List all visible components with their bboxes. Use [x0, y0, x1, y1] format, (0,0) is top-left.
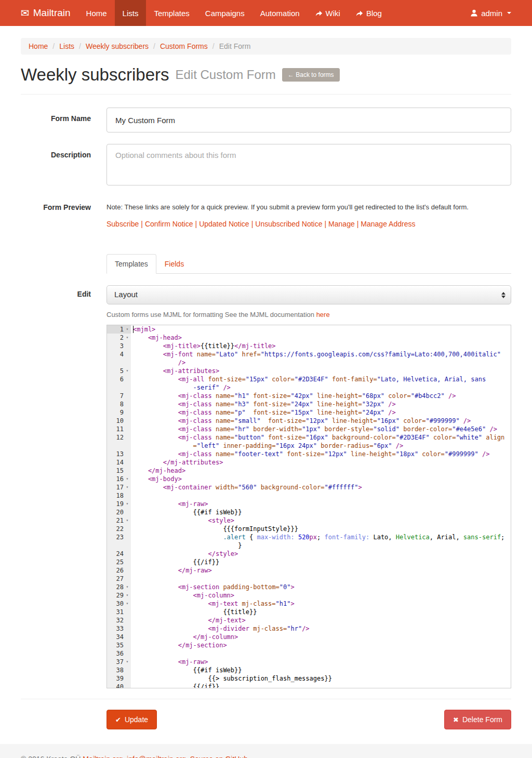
code-text[interactable]: <mj-section padding-bottom="0"> — [131, 583, 511, 591]
preview-link[interactable]: Confirm Notice — [145, 220, 193, 228]
back-arrow-icon: ← — [288, 71, 294, 78]
code-text[interactable]: {{{formInputStyle}}} — [131, 525, 511, 533]
nav-item-blog[interactable]: Blog — [348, 0, 390, 26]
code-text[interactable]: {{title}} — [131, 608, 511, 616]
code-text[interactable]: </mj-head> — [131, 467, 511, 475]
update-button[interactable]: ✔Update — [107, 710, 157, 729]
fold-arrow-icon[interactable]: ▾ — [124, 583, 131, 591]
fold-arrow-icon[interactable]: ▾ — [124, 367, 131, 375]
code-text[interactable]: <mj-class name="h3" font-size="24px" lin… — [131, 400, 511, 408]
code-token: > — [358, 484, 362, 491]
code-text[interactable]: <mj-raw> — [131, 500, 511, 508]
fold-arrow-icon[interactable]: ▾ — [124, 500, 131, 508]
description-textarea[interactable] — [107, 144, 511, 185]
code-text[interactable]: <mj-class name="button" font-size="16px"… — [131, 433, 511, 442]
nav-item-automation[interactable]: Automation — [252, 0, 308, 26]
nav-item-templates[interactable]: Templates — [146, 0, 197, 26]
form-name-input[interactable] — [107, 108, 511, 132]
code-text[interactable]: </mj-section> — [131, 641, 511, 649]
nav-item-label: Wiki — [326, 9, 340, 18]
fold-arrow-icon[interactable]: ▾ — [124, 591, 131, 600]
code-text[interactable] — [131, 575, 511, 583]
fold-arrow-icon[interactable]: ▾ — [124, 483, 131, 491]
preview-link[interactable]: Manage Address — [361, 220, 415, 228]
code-text[interactable]: </mj-attributes> — [131, 458, 511, 467]
code-text[interactable]: <mj-font name="Lato" href="https://fonts… — [131, 350, 511, 358]
template-select[interactable]: Layout — [107, 285, 511, 304]
code-text[interactable] — [131, 491, 511, 500]
code-text[interactable]: <mj-container width="560" background-col… — [131, 483, 511, 491]
line-number-text: 22 — [107, 525, 124, 533]
fold-arrow-icon[interactable]: ▾ — [124, 516, 131, 525]
footer-link[interactable]: Mailtrain.org — [83, 755, 123, 758]
breadcrumb-link[interactable]: Custom Forms — [160, 42, 208, 50]
nav-item-home[interactable]: Home — [78, 0, 115, 26]
code-text[interactable]: </mj-column> — [131, 633, 511, 641]
code-text[interactable]: <mj-attributes> — [131, 367, 511, 375]
code-text[interactable]: <mj-class name="hr" border-width="1px" b… — [131, 425, 511, 433]
mjml-docs-link[interactable]: here — [316, 311, 330, 318]
line-number: 24 — [107, 550, 131, 558]
code-token: "left" — [197, 442, 219, 449]
code-text[interactable]: <mjml> — [131, 325, 511, 334]
brand-link[interactable]: ✉ Mailtrain — [0, 0, 78, 26]
code-text[interactable]: {{#if isWeb}} — [131, 508, 511, 516]
code-text[interactable]: </mj-text> — [131, 616, 511, 624]
code-text[interactable]: <mj-class name="footer-text" font-size="… — [131, 450, 511, 458]
line-number-text: 13 — [107, 450, 124, 458]
code-text[interactable]: {{/if}} — [131, 683, 511, 688]
code-text[interactable]: ="left" inner-padding="16px 24px" border… — [131, 442, 511, 450]
breadcrumb-link[interactable]: Home — [29, 42, 48, 50]
tab-templates[interactable]: Templates — [107, 254, 156, 274]
fold-arrow-icon[interactable]: ▾ — [124, 600, 131, 608]
code-text[interactable]: /> — [131, 358, 511, 367]
code-text[interactable]: <mj-text mj-class="h1"> — [131, 600, 511, 608]
footer-link[interactable]: info@mailtrain.org — [127, 755, 186, 758]
code-text[interactable]: </style> — [131, 550, 511, 558]
footer-link[interactable]: Source on GitHub — [190, 755, 248, 758]
code-text[interactable]: {{> subscription_flash_messages}} — [131, 674, 511, 683]
code-text[interactable]: <mj-class name="h1" font-size="42px" lin… — [131, 392, 511, 400]
breadcrumb-link[interactable]: Lists — [59, 42, 74, 50]
code-text[interactable]: {{#if isWeb}} — [131, 666, 511, 674]
code-text[interactable]: <mj-title>{{title}}</mj-title> — [131, 342, 511, 350]
back-to-forms-button[interactable]: ← Back to forms — [282, 68, 340, 82]
code-text[interactable]: -serif" /> — [131, 383, 511, 392]
code-token: border-style= — [321, 425, 373, 433]
code-text[interactable]: <mj-all font-size="15px" color="#2D3E4F"… — [131, 375, 511, 383]
code-text[interactable]: <mj-column> — [131, 591, 511, 600]
delete-form-button[interactable]: ✖Delete Form — [444, 710, 511, 729]
code-text[interactable]: <mj-class name="p" font-size="15px" line… — [131, 408, 511, 417]
nav-item-campaigns[interactable]: Campaigns — [197, 0, 252, 26]
user-menu[interactable]: admin — [462, 0, 532, 26]
code-token: "h1" — [234, 392, 249, 400]
preview-link[interactable]: Manage — [328, 220, 355, 228]
code-text[interactable]: <mj-body> — [131, 475, 511, 483]
tab-fields[interactable]: Fields — [156, 254, 192, 274]
nav-item-lists[interactable]: Lists — [115, 0, 147, 26]
nav-item-wiki[interactable]: Wiki — [308, 0, 348, 26]
code-text[interactable]: </mj-raw> — [131, 566, 511, 575]
code-text[interactable]: } — [131, 541, 511, 550]
edit-label: Edit — [21, 285, 107, 688]
preview-link[interactable]: Updated Notice — [199, 220, 249, 228]
preview-link[interactable]: Unsubscribed Notice — [255, 220, 322, 228]
code-text[interactable]: <mj-raw> — [131, 658, 511, 666]
code-editor[interactable]: 1▾<mjml>2▾ <mj-head>3 <mj-title>{{title}… — [107, 325, 511, 688]
preview-link[interactable]: Subscribe — [107, 220, 139, 228]
code-text[interactable]: .alert { max-width: 520px; font-family: … — [131, 533, 511, 541]
code-text[interactable]: <mj-class name="small" font-size="12px" … — [131, 417, 511, 425]
code-text[interactable]: {{/if}} — [131, 558, 511, 566]
breadcrumb-link[interactable]: Weekly subscribers — [86, 42, 149, 50]
code-text[interactable]: <mj-divider mj-class="hr"/> — [131, 624, 511, 633]
nav-item-label: Lists — [123, 9, 139, 18]
footer-text: © 2016 Kreata OÜ — [21, 755, 83, 758]
code-text[interactable]: <mj-head> — [131, 334, 511, 342]
fold-arrow-icon[interactable]: ▾ — [124, 658, 131, 666]
code-text[interactable] — [131, 649, 511, 658]
line-number: 36 — [107, 649, 131, 658]
fold-arrow-icon[interactable]: ▾ — [124, 475, 131, 483]
code-text[interactable]: <style> — [131, 516, 511, 525]
fold-arrow-icon[interactable]: ▾ — [124, 325, 131, 334]
fold-arrow-icon[interactable]: ▾ — [124, 334, 131, 342]
